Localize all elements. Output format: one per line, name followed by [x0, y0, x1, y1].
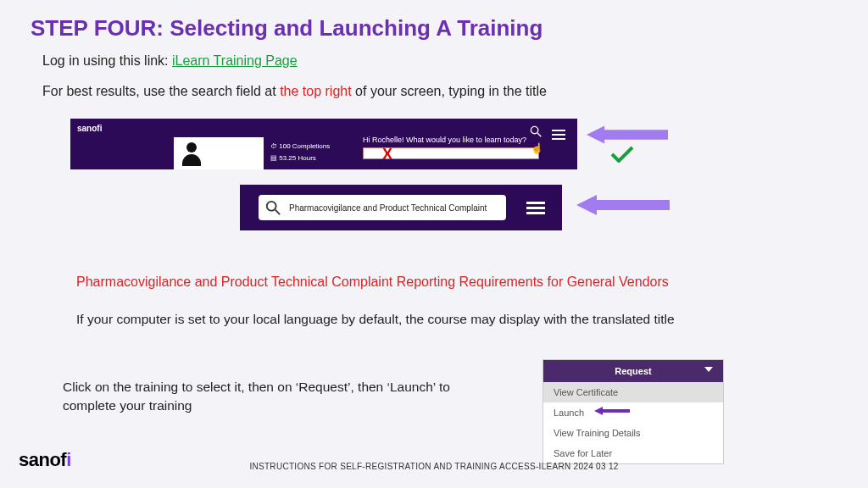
stat-hours: 53.25 Hours [279, 154, 316, 162]
cursor-icon: ☝ [531, 142, 543, 154]
svg-line-4 [275, 210, 280, 214]
translation-note: If your computer is set to your local la… [76, 312, 675, 327]
ilearn-link[interactable]: iLearn Training Page [172, 53, 298, 68]
search-instruction-highlight: the top right [280, 84, 352, 98]
stat-completions: 100 Completions [279, 142, 330, 150]
search-instruction: For best results, use the search field a… [0, 69, 868, 99]
search-instruction-b: of your screen, typing in the title [352, 84, 547, 98]
svg-point-0 [531, 126, 537, 133]
menu-view-certificate[interactable]: View Certificate [543, 382, 723, 402]
svg-marker-6 [594, 407, 630, 415]
chevron-down-icon [704, 367, 713, 372]
top-right-search-field[interactable]: Pharmacovigilance and Product Technical … [259, 195, 506, 220]
request-label: Request [615, 366, 651, 376]
login-instruction-text: Log in using this link: [42, 53, 172, 68]
svg-line-1 [537, 133, 541, 136]
menu-save-later[interactable]: Save for Later [543, 443, 723, 463]
arrow-left-icon [576, 195, 670, 215]
arrow-left-icon [594, 407, 630, 415]
request-button[interactable]: Request [543, 360, 723, 382]
menu-view-details[interactable]: View Training Details [543, 423, 723, 443]
ilearn-header-wrong: sanofi ⏱ 100 Completions ▤ 53.25 Hours H… [70, 119, 577, 169]
menu-launch-label: Launch [554, 408, 584, 418]
profile-stats: ⏱ 100 Completions ▤ 53.25 Hours [270, 141, 330, 164]
ilearn-search-correct: Pharmacovigilance and Product Technical … [240, 185, 562, 230]
hamburger-icon[interactable] [526, 199, 545, 217]
footer-text: INSTRUCTIONS FOR SELF-REGISTRATION AND T… [0, 462, 868, 471]
svg-point-3 [267, 202, 276, 211]
hamburger-icon[interactable] [552, 127, 565, 142]
svg-marker-2 [587, 125, 668, 143]
menu-launch[interactable]: Launch [543, 402, 723, 423]
request-dropdown: Request View Certificate Launch View Tra… [542, 359, 724, 464]
arrow-left-icon [587, 125, 668, 144]
search-icon[interactable] [530, 125, 542, 137]
course-title-example: Pharmacovigilance and Product Technical … [76, 274, 669, 290]
search-instruction-a: For best results, use the search field a… [42, 84, 280, 98]
check-icon [610, 146, 634, 163]
search-icon [265, 200, 281, 215]
login-instruction: Log in using this link: iLearn Training … [0, 42, 868, 69]
page-title: STEP FOUR: Selecting and Launching A Tra… [0, 0, 868, 42]
launch-instruction: Click on the training to select it, then… [63, 378, 504, 414]
greeting-text: Hi Rochelle! What would you like to lear… [363, 136, 526, 144]
svg-marker-5 [576, 195, 670, 215]
search-query-text: Pharmacovigilance and Product Technical … [289, 203, 487, 213]
brand-text: sanofi [77, 124, 102, 133]
red-x-icon: X [382, 146, 392, 164]
avatar-icon [181, 142, 203, 168]
